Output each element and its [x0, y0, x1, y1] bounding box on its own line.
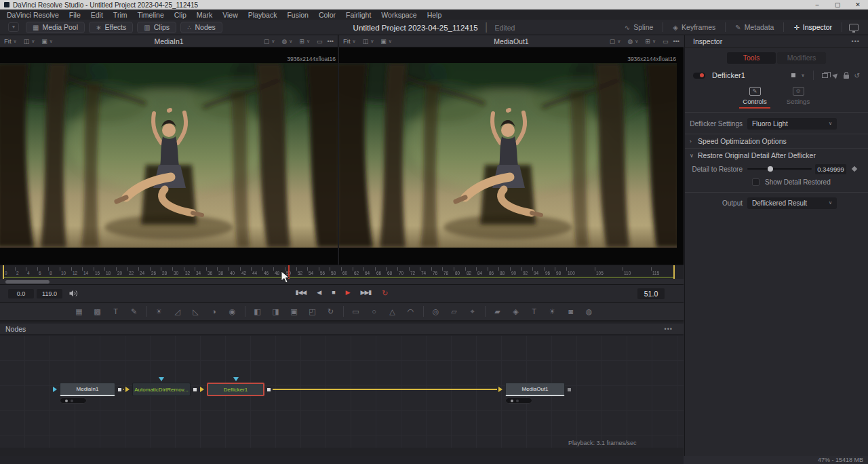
detail-to-restore-value[interactable]: 0.349999 [815, 164, 846, 174]
ellipse-mask-icon[interactable]: ○ [368, 306, 380, 317]
pin-icon[interactable] [832, 72, 840, 79]
timeline-ruler[interactable]: 0246810121416182022242628303234363840424… [0, 265, 684, 279]
restore-detail-section[interactable]: ∨ Restore Original Detail After Deflicke… [685, 149, 868, 162]
left-viewer[interactable]: 3936x2144xfloat16 [0, 47, 338, 265]
close-button[interactable]: ✕ [848, 1, 868, 8]
renderer3d-tool-icon[interactable]: ◍ [583, 306, 595, 317]
node-thumbnail-toggle[interactable] [60, 398, 87, 404]
lock-icon[interactable] [844, 75, 849, 79]
slider-handle[interactable] [768, 166, 773, 172]
keyframes-button[interactable]: ◈Keyframes [666, 22, 722, 33]
node-connection[interactable] [273, 389, 497, 390]
text-tool-icon[interactable]: T [110, 306, 121, 317]
timeline-scrollbar[interactable] [0, 279, 684, 285]
viewer-options-menu[interactable]: ••• [328, 38, 334, 45]
imageplane3d-tool-icon[interactable]: ▰ [492, 306, 503, 317]
mask-input-icon[interactable] [233, 377, 239, 381]
frame-icon[interactable]: ▭ [663, 38, 669, 45]
ab-buffer-icon[interactable]: ◫ [24, 38, 30, 45]
play-forward-button[interactable]: ▶ [346, 289, 350, 298]
menu-fairlight[interactable]: Fairlight [346, 11, 371, 19]
planartracker-tool-icon[interactable]: ▱ [448, 306, 460, 317]
viewer-options-menu[interactable]: ••• [673, 38, 679, 45]
nodes-button[interactable]: ∴Nodes [180, 22, 222, 33]
brightness-tool-icon[interactable]: ◑ [208, 306, 220, 317]
play-reverse-button[interactable]: ◀ [317, 289, 321, 298]
rectangle-mask-icon[interactable]: ▭ [350, 306, 361, 317]
polygon-mask-icon[interactable]: △ [387, 306, 398, 317]
node-output-socket[interactable] [568, 388, 571, 391]
metadata-button[interactable]: ✎Metadata [728, 22, 781, 33]
node-connection-dashed[interactable] [123, 389, 124, 390]
color-display-icon[interactable]: ◍ [627, 38, 633, 45]
mask-input-icon[interactable] [159, 377, 164, 381]
goto-first-frame-button[interactable]: ▮◀◀ [295, 289, 306, 298]
subtab-settings[interactable]: ⚙ Settings [783, 87, 814, 111]
guides-icon[interactable]: ⊞ [645, 38, 650, 45]
deflicker-settings-dropdown[interactable]: Fluoro Light ∨ [747, 118, 837, 130]
bspline-mask-icon[interactable]: ◠ [405, 306, 416, 317]
background-tool-icon[interactable]: ▦ [73, 306, 85, 317]
menu-help[interactable]: Help [427, 11, 442, 19]
merge-tool-icon[interactable]: ◧ [252, 306, 263, 317]
colorcorrector-tool-icon[interactable]: ☀ [153, 306, 165, 317]
menu-timeline[interactable]: Timeline [137, 11, 163, 19]
spline-button[interactable]: ∿Spline [618, 22, 660, 33]
guides-icon[interactable]: ⊞ [299, 38, 304, 45]
stop-button[interactable]: ■ [332, 289, 334, 298]
transform-tool-icon[interactable]: ↻ [325, 306, 336, 317]
roi-icon[interactable]: ▢ [264, 38, 270, 45]
menu-trim[interactable]: Trim [113, 11, 127, 19]
fastnoise-tool-icon[interactable]: ▩ [92, 306, 103, 317]
colorcurves-tool-icon[interactable]: ◿ [172, 306, 183, 317]
color-display-icon[interactable]: ◍ [281, 38, 287, 45]
menu-color[interactable]: Color [319, 11, 336, 19]
cameratracker-tool-icon[interactable]: ⌖ [467, 306, 478, 317]
node-graph[interactable]: Playback: 3.1 frames/sec MediaIn1Automat… [0, 336, 684, 448]
node-mediaout1[interactable]: MediaOut1 [505, 383, 565, 396]
reset-icon[interactable]: ↺ [854, 72, 860, 79]
shape3d-tool-icon[interactable]: ◈ [510, 306, 521, 317]
channelbooleans-tool-icon[interactable]: ◨ [270, 306, 281, 317]
menu-clip[interactable]: Clip [174, 11, 186, 19]
node-output-socket[interactable] [118, 388, 121, 391]
menu-playback[interactable]: Playback [248, 11, 277, 19]
menu-davinci-resolve[interactable]: DaVinci Resolve [7, 11, 59, 19]
spotlight-tool-icon[interactable]: ☀ [547, 306, 558, 317]
camera3d-tool-icon[interactable]: ◙ [565, 306, 576, 317]
inspector-button[interactable]: ✛Inspector [787, 22, 839, 33]
mattecontrol-tool-icon[interactable]: ▣ [288, 306, 300, 317]
output-dropdown[interactable]: Deflickered Result ∨ [747, 197, 837, 209]
tab-tools[interactable]: Tools [727, 52, 776, 64]
speed-optimization-section[interactable]: › Speed Optimization Options [685, 134, 868, 148]
ab-buffer-icon[interactable]: ◫ [363, 38, 369, 45]
node-mediain1[interactable]: MediaIn1 [60, 383, 115, 396]
menu-view[interactable]: View [222, 11, 238, 19]
minimize-button[interactable]: – [807, 1, 827, 8]
copy-icon[interactable] [822, 73, 828, 78]
subtab-controls[interactable]: ✎ Controls [739, 87, 770, 111]
tab-modifiers[interactable]: Modifiers [777, 52, 826, 64]
nodes-panel-menu[interactable]: ••• [665, 326, 673, 332]
effects-button[interactable]: ∗Effects [89, 22, 133, 33]
clips-button[interactable]: ▥Clips [137, 22, 176, 33]
node-automaticdirtremov-[interactable]: AutomaticDirtRemov... [132, 383, 191, 396]
node-thumbnail-toggle[interactable] [505, 398, 532, 404]
in-point-marker[interactable] [3, 265, 4, 279]
menu-fusion[interactable]: Fusion [287, 11, 309, 19]
frame-icon[interactable]: ▭ [317, 38, 323, 45]
resize-tool-icon[interactable]: ◰ [307, 306, 318, 317]
keyframe-icon[interactable] [852, 166, 857, 172]
current-frame-field[interactable]: 51.0 [637, 288, 665, 299]
playhead[interactable] [288, 265, 290, 279]
goto-last-frame-button[interactable]: ▶▶▮ [361, 289, 372, 298]
ui-layout-toggle[interactable]: ▾ [8, 22, 19, 32]
roi-icon[interactable]: ▢ [610, 38, 616, 45]
out-point-marker[interactable] [673, 265, 675, 279]
zoom-select[interactable]: Fit [4, 37, 12, 45]
node-output-socket[interactable] [193, 388, 197, 391]
media-pool-button[interactable]: ▦Media Pool [26, 22, 85, 33]
tracker-tool-icon[interactable]: ◎ [430, 306, 441, 317]
loop-button[interactable]: ↻ [382, 289, 388, 298]
menu-mark[interactable]: Mark [197, 11, 212, 19]
